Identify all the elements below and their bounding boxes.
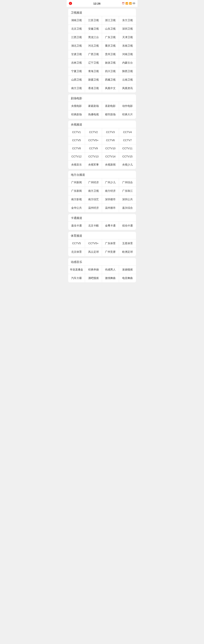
- channel-cell[interactable]: 深圳都市: [102, 195, 119, 204]
- channel-cell[interactable]: CCTV5: [68, 239, 85, 248]
- channel-cell[interactable]: 黑龙江台: [85, 33, 102, 42]
- channel-cell[interactable]: 温州经济: [85, 204, 102, 212]
- channel-cell[interactable]: 央视音乐: [68, 160, 85, 169]
- channel-cell[interactable]: 深圳公共: [119, 195, 136, 204]
- channel-cell[interactable]: 广州竞赛: [102, 248, 119, 256]
- channel-cell[interactable]: 央视少儿: [119, 160, 136, 169]
- channel-cell[interactable]: 新疆卫视: [85, 76, 102, 84]
- channel-cell[interactable]: 青海卫视: [85, 67, 102, 76]
- channel-cell[interactable]: 湖北卫视: [68, 42, 85, 50]
- channel-cell[interactable]: 北京体育: [68, 248, 85, 256]
- channel-cell[interactable]: 广东新闻: [68, 187, 85, 195]
- channel-cell[interactable]: 湖南卫视: [68, 16, 85, 25]
- channel-cell[interactable]: 重庆卫视: [102, 42, 119, 50]
- channel-cell[interactable]: 四川卫视: [102, 67, 119, 76]
- channel-cell[interactable]: CCTV9: [85, 144, 102, 152]
- channel-cell[interactable]: CCTV10: [102, 144, 119, 152]
- channel-cell[interactable]: 香港卫视: [85, 84, 102, 92]
- channel-cell[interactable]: 南方综艺: [85, 195, 102, 204]
- channel-cell[interactable]: CCTV3: [102, 128, 119, 136]
- channel-cell[interactable]: 江苏卫视: [85, 16, 102, 25]
- channel-cell[interactable]: CCTV7: [119, 136, 136, 144]
- channel-cell[interactable]: 汽车大碟: [68, 274, 85, 282]
- channel-cell[interactable]: CCTV5+: [85, 136, 102, 144]
- channel-cell[interactable]: 宁夏卫视: [68, 67, 85, 76]
- channel-cell[interactable]: 河南卫视: [119, 50, 136, 59]
- channel-cell[interactable]: 温州都市: [102, 204, 119, 212]
- channel-cell[interactable]: 家庭剧场: [85, 102, 102, 110]
- channel-cell[interactable]: 北京卡酷: [85, 222, 102, 230]
- channel-cell[interactable]: 风云足球: [85, 248, 102, 256]
- channel-cell[interactable]: 喜剧电影: [102, 102, 119, 110]
- channel-cell[interactable]: 南方经济: [102, 187, 119, 195]
- channel-cell[interactable]: 南方卫视: [68, 84, 85, 92]
- channel-cell[interactable]: 欧洲足球: [119, 248, 136, 256]
- channel-cell[interactable]: 经典串烧: [85, 266, 102, 274]
- channel-cell[interactable]: 陕西卫视: [119, 67, 136, 76]
- channel-cell[interactable]: 金华公共: [68, 204, 85, 212]
- channel-cell[interactable]: 酒吧慢摇: [85, 274, 102, 282]
- channel-cell[interactable]: 广西卫视: [85, 50, 102, 59]
- channel-cell[interactable]: CCTV2: [85, 128, 102, 136]
- channel-cell[interactable]: 动作电影: [119, 102, 136, 110]
- channel-cell[interactable]: 激情舞曲: [102, 274, 119, 282]
- channel-cell[interactable]: 内蒙古台: [119, 59, 136, 67]
- channel-cell[interactable]: 旅游卫视: [102, 59, 119, 67]
- channel-cell[interactable]: 电音舞曲: [119, 274, 136, 282]
- channel-cell[interactable]: 凤凰资讯: [119, 84, 136, 92]
- channel-cell[interactable]: 炫动卡通: [119, 222, 136, 230]
- channel-cell[interactable]: 广州经济: [85, 178, 102, 187]
- channel-cell[interactable]: 贵州卫视: [102, 50, 119, 59]
- channel-cell[interactable]: 广州综合: [119, 178, 136, 187]
- channel-cell[interactable]: 山东卫视: [102, 25, 119, 33]
- channel-cell[interactable]: 广州新闻: [68, 178, 85, 187]
- channel-cell[interactable]: 嘉佳卡通: [68, 222, 85, 230]
- channel-cell[interactable]: 广东体育: [102, 239, 119, 248]
- channel-cell[interactable]: 凤凰中文: [102, 84, 119, 92]
- channel-cell[interactable]: 经典大片: [119, 110, 136, 119]
- channel-cell[interactable]: 深圳卫视: [119, 25, 136, 33]
- channel-cell[interactable]: 甘肃卫视: [68, 50, 85, 59]
- channel-cell[interactable]: 广州少儿: [102, 178, 119, 187]
- channel-cell[interactable]: 五星体育: [119, 239, 136, 248]
- channel-cell[interactable]: CCTV13: [85, 152, 102, 160]
- channel-cell[interactable]: CCTV6: [102, 136, 119, 144]
- channel-cell[interactable]: CCTV12: [68, 152, 85, 160]
- channel-cell[interactable]: 经典剧场: [68, 110, 85, 119]
- channel-cell[interactable]: 央视新闻: [102, 160, 119, 169]
- channel-cell[interactable]: 广东卫视: [102, 33, 119, 42]
- channel-cell[interactable]: 央视军事: [85, 160, 102, 169]
- channel-cell[interactable]: 发烧慢摇: [119, 266, 136, 274]
- channel-cell[interactable]: 央视电影: [68, 102, 85, 110]
- channel-cell[interactable]: CCTV11: [119, 144, 136, 152]
- channel-cell[interactable]: 西藏卫视: [102, 76, 119, 84]
- channel-cell[interactable]: 浙江卫视: [102, 16, 119, 25]
- channel-cell[interactable]: 伤感男人: [102, 266, 119, 274]
- channel-cell[interactable]: 华龙直播盒: [68, 266, 85, 274]
- channel-cell[interactable]: 云南卫视: [119, 76, 136, 84]
- channel-cell[interactable]: 辽宁卫视: [85, 59, 102, 67]
- channel-cell[interactable]: 天津卫视: [119, 33, 136, 42]
- channel-cell[interactable]: 东南卫视: [119, 42, 136, 50]
- channel-cell[interactable]: 北京卫视: [68, 25, 85, 33]
- channel-cell[interactable]: 嘉兴综合: [119, 204, 136, 212]
- channel-cell[interactable]: CCTV8: [68, 144, 85, 152]
- channel-cell[interactable]: 金鹰卡通: [102, 222, 119, 230]
- channel-cell[interactable]: 江西卫视: [68, 33, 85, 42]
- channel-cell[interactable]: CCTV1: [68, 128, 85, 136]
- channel-cell[interactable]: 吉林卫视: [68, 59, 85, 67]
- channel-cell[interactable]: CCTV5: [68, 136, 85, 144]
- channel-cell[interactable]: 广东珠江: [119, 187, 136, 195]
- channel-cell[interactable]: 山西卫视: [68, 76, 85, 84]
- channel-cell[interactable]: 南方卫视: [85, 187, 102, 195]
- channel-cell[interactable]: 东方卫视: [119, 16, 136, 25]
- channel-cell[interactable]: CCTV5+: [85, 239, 102, 248]
- channel-cell[interactable]: 安徽卫视: [85, 25, 102, 33]
- channel-cell[interactable]: 河北卫视: [85, 42, 102, 50]
- channel-cell[interactable]: CCTV15: [119, 152, 136, 160]
- channel-cell[interactable]: 热播电视: [85, 110, 102, 119]
- channel-cell[interactable]: 南方影视: [68, 195, 85, 204]
- channel-cell[interactable]: 都市剧场: [102, 110, 119, 119]
- channel-cell[interactable]: CCTV14: [102, 152, 119, 160]
- channel-cell[interactable]: CCTV4: [119, 128, 136, 136]
